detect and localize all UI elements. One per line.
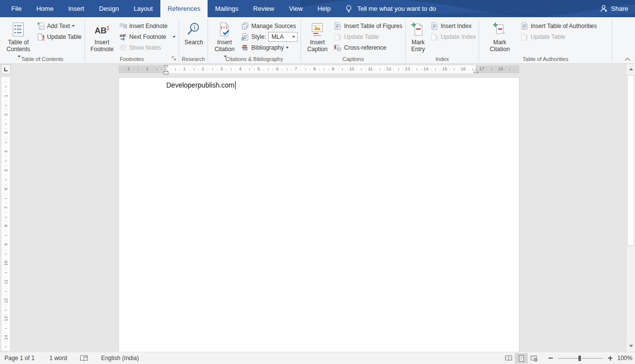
zoom-in-icon[interactable] <box>608 356 612 361</box>
ruler-mark <box>5 324 6 324</box>
insert-footnote-button[interactable]: AB1 Insert Footnote <box>88 19 116 53</box>
insert-footnote-icon: AB1 <box>94 21 109 38</box>
cross-reference-button[interactable]: Cross-reference <box>332 42 404 53</box>
ruler-mark <box>249 68 250 70</box>
ruler-mark: 6 <box>276 66 278 72</box>
vertical-scrollbar[interactable] <box>627 64 635 352</box>
ruler-mark <box>431 69 431 70</box>
tab-review[interactable]: Review <box>246 0 282 17</box>
zoom-slider-thumb[interactable] <box>578 356 581 361</box>
tab-references[interactable]: References <box>160 0 208 17</box>
insert-caption-button[interactable]: Insert Caption <box>304 19 331 53</box>
web-layout-button[interactable] <box>528 353 541 364</box>
tell-me-box[interactable]: Tell me what you want to do <box>345 0 436 17</box>
right-indent-marker[interactable] <box>473 69 479 74</box>
tab-insert[interactable]: Insert <box>61 0 92 17</box>
tab-selector-button[interactable] <box>1 64 11 74</box>
tab-file[interactable]: File <box>4 0 29 17</box>
mark-entry-button[interactable]: Mark Entry <box>409 19 427 53</box>
ruler-mark <box>5 193 6 194</box>
word-count[interactable]: 1 word <box>45 352 71 364</box>
horizontal-ruler-scale: 21123456789101112131415161718 <box>119 65 519 73</box>
insert-endnote-button[interactable]: Insert Endnote <box>117 21 178 31</box>
manage-sources-button[interactable]: Manage Sources <box>239 21 300 31</box>
ruler-mark <box>5 305 6 305</box>
zoom-out-icon[interactable] <box>548 358 553 359</box>
insert-citation-button[interactable]: Insert Citation <box>211 19 238 60</box>
ruler-mark <box>5 277 6 277</box>
indent-markers[interactable] <box>163 65 169 75</box>
tab-help[interactable]: Help <box>310 0 338 17</box>
ruler-mark <box>365 69 366 70</box>
group-table-of-authorities: Mark Citation Insert Table of Authoritie… <box>479 17 612 63</box>
table-of-contents-button[interactable]: Table of Contents <box>3 19 34 60</box>
ruler-mark <box>5 124 7 124</box>
update-table-captions-button[interactable]: Update Table <box>332 31 404 42</box>
scroll-up-button[interactable] <box>627 64 635 74</box>
show-notes-button[interactable]: Show Notes <box>117 42 178 53</box>
document-text-line[interactable]: Developerpublish.com <box>166 81 236 89</box>
page-indicator[interactable]: Page 1 of 1 <box>0 352 39 364</box>
ruler-mark <box>272 69 273 70</box>
ruler-mark <box>5 142 7 143</box>
update-table-icon <box>37 33 45 41</box>
ruler-mark <box>5 314 6 315</box>
scrollbar-thumb[interactable] <box>627 75 635 246</box>
ruler-mark <box>380 68 380 70</box>
insert-table-of-figures-button[interactable]: Insert Table of Figures <box>332 21 404 31</box>
ruler-mark: 12 <box>3 297 8 303</box>
ruler-mark: 5 <box>257 66 260 72</box>
ruler-mark: 13 <box>3 316 8 322</box>
document-page[interactable]: Developerpublish.com <box>119 77 519 352</box>
ruler-mark <box>422 69 422 70</box>
lightbulb-icon <box>345 4 353 13</box>
update-table-authorities-button[interactable]: Update Table <box>518 31 599 42</box>
search-button[interactable]: Search <box>183 19 205 46</box>
ruler-mark: 1 <box>3 92 8 99</box>
group-index: Mark Entry Insert Index <box>406 17 479 63</box>
print-layout-button[interactable] <box>515 353 528 364</box>
chevron-down-icon <box>286 47 289 49</box>
ruler-mark <box>152 69 152 70</box>
show-notes-label: Show Notes <box>129 44 161 51</box>
collapse-ribbon-icon[interactable] <box>624 57 631 61</box>
group-label-table-of-contents: Table of Contents <box>0 56 85 62</box>
bibliography-button[interactable]: Bibliography <box>239 42 300 53</box>
ruler-mark <box>226 69 227 70</box>
tab-home[interactable]: Home <box>29 0 61 17</box>
chevron-down-icon <box>173 36 176 38</box>
tab-view[interactable]: View <box>281 0 310 17</box>
update-table-button[interactable]: Update Table <box>35 31 84 42</box>
vertical-ruler: 1234567891011121314 <box>1 77 10 351</box>
ruler-mark <box>189 69 189 70</box>
ruler-mark <box>5 91 6 91</box>
ruler-mark: 14 <box>423 66 428 72</box>
insert-citation-label: Insert Citation <box>214 39 235 53</box>
zoom-level[interactable]: 100% <box>617 355 635 362</box>
insert-table-of-authorities-button[interactable]: Insert Table of Authorities <box>518 21 599 31</box>
ruler-mark <box>236 69 236 70</box>
ruler-mark: 4 <box>3 149 8 155</box>
update-index-button[interactable]: Update Index <box>428 31 478 42</box>
style-dropdown-button[interactable] <box>290 32 297 41</box>
proofing-status-button[interactable] <box>75 352 92 364</box>
zoom-slider[interactable] <box>558 358 603 359</box>
read-mode-button[interactable] <box>502 353 515 364</box>
tab-mailings[interactable]: Mailings <box>208 0 246 17</box>
insert-index-button[interactable]: Insert Index <box>428 21 478 31</box>
add-text-button[interactable]: Add Text <box>35 21 84 31</box>
scroll-down-button[interactable] <box>627 341 635 351</box>
status-bar: Page 1 of 1 1 word English (India) <box>0 352 635 364</box>
tab-design[interactable]: Design <box>91 0 126 17</box>
mark-citation-button[interactable]: Mark Citation <box>482 19 517 53</box>
ruler-mark <box>384 69 385 70</box>
ruler-mark: 3 <box>3 130 8 136</box>
ruler-mark <box>356 69 357 70</box>
language-indicator[interactable]: English (India) <box>96 352 143 364</box>
style-combobox[interactable]: MLA <box>268 32 298 42</box>
group-label-citations-bibliography: Citations & Bibliography <box>208 56 301 62</box>
ruler-mark <box>5 221 6 222</box>
next-footnote-button[interactable]: AB 1 Next Footnote <box>117 31 178 42</box>
share-button[interactable]: Share <box>600 0 628 17</box>
tab-layout[interactable]: Layout <box>126 0 160 17</box>
